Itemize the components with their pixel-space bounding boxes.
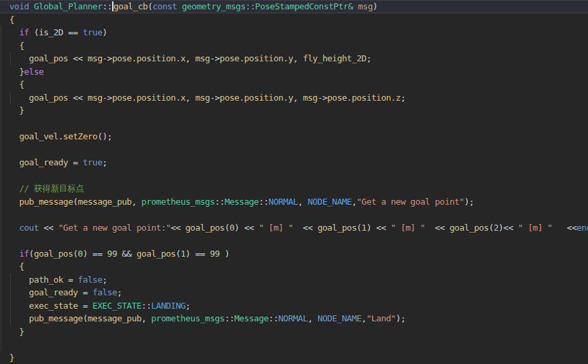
code-token: 99 bbox=[107, 249, 117, 259]
code-line[interactable]: } bbox=[0, 104, 588, 117]
code-token: :: bbox=[215, 197, 225, 207]
code-line[interactable]: goal_vel.setZero(); bbox=[0, 130, 588, 143]
code-token: , bbox=[362, 313, 366, 323]
code-line[interactable]: if(goal_pos(0) == 99 && goal_pos(1) == 9… bbox=[0, 247, 588, 261]
code-token: } bbox=[9, 105, 24, 115]
code-line[interactable]: goal_pos << msg->pose.position.x, msg->p… bbox=[0, 52, 588, 65]
code-line[interactable]: goal_ready = false; bbox=[0, 286, 588, 299]
code-editor[interactable]: void Global_Planner::goal_cb(const geome… bbox=[0, 0, 588, 364]
code-token: setZero bbox=[63, 131, 97, 141]
indent-guide bbox=[1, 143, 1, 157]
indent-guide bbox=[1, 130, 1, 143]
code-token: , bbox=[186, 53, 196, 63]
indent-guide bbox=[1, 299, 1, 313]
code-token: { bbox=[9, 41, 24, 51]
code-line[interactable]: }else bbox=[0, 65, 588, 79]
indent-guide bbox=[1, 156, 1, 169]
code-token: << bbox=[293, 223, 318, 233]
code-line[interactable]: { bbox=[0, 13, 588, 27]
code-token bbox=[9, 275, 29, 285]
code-line[interactable]: { bbox=[0, 78, 588, 91]
code-token: ) bbox=[102, 27, 107, 37]
code-line[interactable]: if (is_2D == true) bbox=[0, 26, 588, 39]
code-token: ) == bbox=[186, 249, 210, 259]
code-token bbox=[9, 53, 29, 63]
code-token bbox=[9, 313, 29, 323]
code-line[interactable]: { bbox=[0, 260, 588, 273]
code-token: ( bbox=[29, 27, 39, 37]
code-line[interactable]: cout << "Get a new goal point:"<< goal_p… bbox=[0, 221, 588, 235]
indent-guide bbox=[1, 39, 1, 53]
code-line[interactable]: pub_message(message_pub, prometheus_msgs… bbox=[0, 312, 588, 325]
code-line[interactable]: } bbox=[0, 351, 588, 364]
code-token: , bbox=[298, 197, 308, 207]
code-line[interactable]: path_ok = false; bbox=[0, 273, 588, 287]
code-line[interactable]: exec_state = EXEC_STATE::LANDING; bbox=[0, 299, 588, 313]
code-token: is_2D bbox=[39, 27, 63, 37]
code-token: } bbox=[9, 327, 24, 337]
code-token: message_pub bbox=[87, 313, 141, 323]
code-line[interactable]: goal_ready = true; bbox=[0, 156, 588, 169]
code-token: "Get a new goal point:" bbox=[58, 223, 171, 233]
indent-guide bbox=[10, 52, 11, 65]
code-token: if bbox=[19, 27, 29, 37]
code-line[interactable] bbox=[0, 143, 588, 157]
code-token: exec_state bbox=[29, 301, 77, 311]
code-token: { bbox=[9, 261, 24, 271]
code-token: pose.position.x bbox=[112, 93, 186, 103]
code-token: -> bbox=[210, 93, 220, 103]
code-token: void bbox=[9, 1, 34, 11]
code-line[interactable]: goal_pos << msg->pose.position.x, msg->p… bbox=[0, 91, 588, 105]
code-token bbox=[9, 287, 29, 297]
code-token: } bbox=[19, 67, 24, 77]
code-token bbox=[9, 67, 19, 77]
code-token: . bbox=[58, 131, 63, 141]
code-token: Global_Planner bbox=[34, 1, 103, 11]
code-token: // 获得新目标点 bbox=[19, 183, 84, 193]
indent-guide bbox=[1, 78, 1, 91]
indent-guide bbox=[1, 247, 1, 261]
indent-guide bbox=[1, 117, 1, 131]
code-token: -> bbox=[102, 93, 112, 103]
code-token: << bbox=[39, 223, 58, 233]
code-token: true bbox=[83, 27, 102, 37]
code-token: msg bbox=[303, 93, 318, 103]
code-line[interactable]: pub_message(message_pub, prometheus_msgs… bbox=[0, 195, 588, 209]
code-token: "Get a new goal point" bbox=[356, 197, 464, 207]
code-line[interactable]: { bbox=[0, 39, 588, 53]
code-token: ; bbox=[102, 275, 107, 285]
code-token: ; bbox=[366, 53, 371, 63]
code-token: ; bbox=[117, 287, 121, 297]
code-token: goal_pos bbox=[137, 249, 176, 259]
indent-guide bbox=[1, 338, 1, 351]
code-token: 1 bbox=[362, 223, 366, 233]
code-token: ); bbox=[396, 313, 406, 323]
code-token: ( bbox=[356, 223, 361, 233]
code-line[interactable] bbox=[0, 234, 588, 247]
indent-guide bbox=[1, 65, 1, 79]
indent-guide bbox=[10, 286, 11, 299]
code-token: pose.position.z bbox=[327, 93, 400, 103]
code-token: " [m] " bbox=[518, 223, 552, 233]
code-token: Message bbox=[234, 313, 268, 323]
code-token: )<< bbox=[499, 223, 518, 233]
code-token: = bbox=[78, 287, 93, 297]
indent-guide bbox=[1, 195, 1, 209]
code-token: , bbox=[131, 197, 141, 207]
code-token: , bbox=[186, 93, 196, 103]
code-token: pose.position.y bbox=[220, 53, 293, 63]
code-line[interactable]: // 获得新目标点 bbox=[0, 182, 588, 195]
code-line[interactable]: void Global_Planner::goal_cb(const geome… bbox=[0, 0, 588, 13]
code-line[interactable] bbox=[0, 169, 588, 183]
code-line[interactable] bbox=[0, 338, 588, 351]
code-token: goal_pos bbox=[186, 223, 225, 233]
code-token: << bbox=[68, 93, 87, 103]
code-token: else bbox=[24, 67, 43, 77]
code-token: == bbox=[63, 27, 83, 37]
code-line[interactable] bbox=[0, 208, 588, 221]
code-line[interactable]: } bbox=[0, 325, 588, 339]
code-line[interactable] bbox=[0, 117, 588, 131]
code-token bbox=[9, 197, 19, 207]
code-token: prometheus_msgs bbox=[141, 197, 215, 207]
code-token: ; bbox=[400, 93, 405, 103]
